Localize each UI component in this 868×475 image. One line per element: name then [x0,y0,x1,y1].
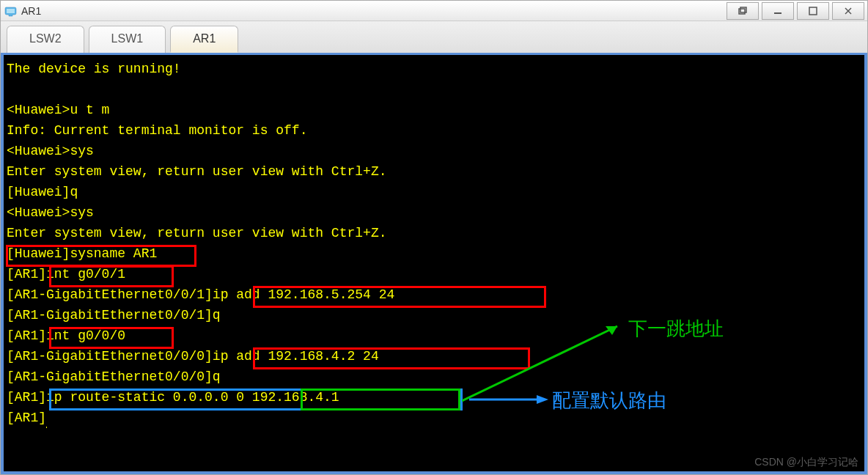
terminal-line: <Huawei>sys [7,203,861,224]
maximize-button[interactable] [797,2,829,20]
annotation-default-route: 配置默认路由 [552,386,666,415]
window-title: AR1 [21,5,724,17]
title-bar: AR1 [1,1,867,21]
highlight-next-hop [301,389,460,410]
terminal-line: Enter system view, return user view with… [7,162,861,183]
terminal-line: [Huawei]q [7,183,861,203]
svg-rect-4 [809,7,817,15]
close-button[interactable] [832,2,864,20]
terminal-line: <Huawei>sys [7,141,861,162]
svg-rect-2 [740,7,746,12]
highlight-int-g000 [49,327,174,349]
app-icon [4,4,17,18]
terminal-line: Info: Current terminal monitor is off. [7,121,861,141]
tab-ar1[interactable]: AR1 [170,26,238,53]
arrow-default-route [469,392,550,407]
terminal-line: The device is running! [7,59,861,80]
terminal-view[interactable]: The device is running! <Huawei>u t m Inf… [1,53,867,474]
highlight-ip-add-1 [253,286,546,308]
terminal-line: [AR1-GigabitEthernet0/0/1]q [7,306,861,326]
terminal-line: [AR1-GigabitEthernet0/0/0]q [7,367,861,388]
watermark: CSDN @小白学习记哈 [754,454,858,470]
window-controls [724,2,864,20]
terminal-line: Enter system view, return user view with… [7,224,861,244]
minimize-button[interactable] [762,2,794,20]
terminal-line [7,80,861,100]
highlight-sysname [6,245,196,267]
svg-rect-1 [739,9,745,14]
tab-bar: LSW2 LSW1 AR1 [1,21,867,53]
terminal-line: [AR1] [7,408,861,429]
terminal-line: <Huawei>u t m [7,100,861,121]
tab-lsw2[interactable]: LSW2 [7,26,84,53]
application-window: AR1 LSW2 LSW1 AR1 The device is running!… [0,0,868,475]
restore-button[interactable] [727,2,759,20]
highlight-int-g001 [49,265,174,287]
svg-marker-10 [537,395,548,404]
svg-rect-0 [7,9,15,13]
tab-lsw1[interactable]: LSW1 [89,26,166,53]
annotation-next-hop: 下一跳地址 [628,314,724,343]
